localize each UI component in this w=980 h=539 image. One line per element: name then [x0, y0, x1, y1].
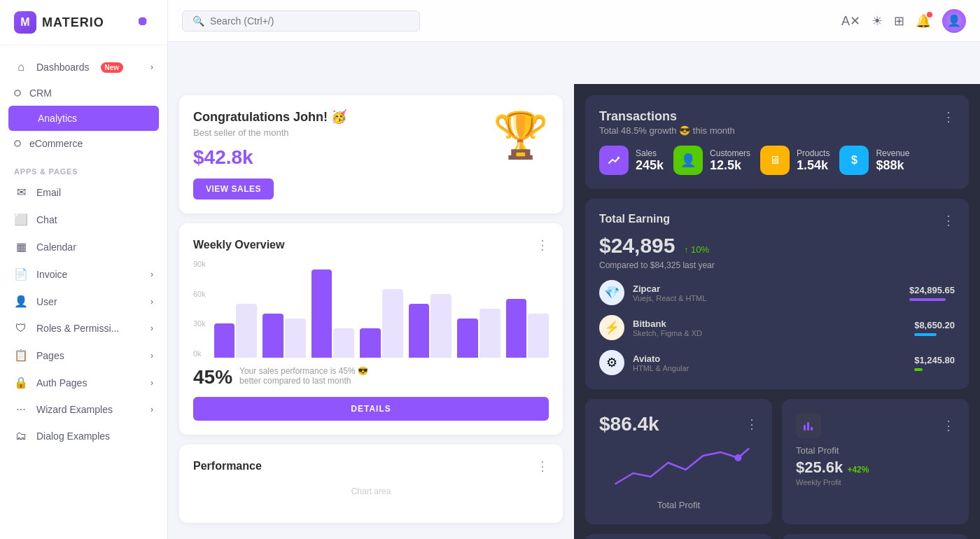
congrats-card: Congratulations John! 🥳 Best seller of t…: [179, 95, 563, 214]
sparkline-chart: [599, 438, 758, 494]
bar-group: [409, 294, 451, 358]
search-box[interactable]: 🔍: [182, 10, 420, 31]
revenue-value: $88k: [876, 158, 909, 173]
sidebar-item-analytics[interactable]: Analytics: [8, 106, 159, 131]
weekly-profit-sub: Weekly Profit: [796, 478, 955, 486]
trophy-icon: 🏆: [493, 109, 549, 162]
earning-amount: $24,895: [599, 234, 675, 257]
content-area: Congratulations John! 🥳 Best seller of t…: [168, 84, 980, 539]
aviato-bar: [914, 368, 923, 371]
weekly-more-button[interactable]: ⋮: [536, 237, 549, 253]
record-icon[interactable]: ⏺: [136, 14, 153, 31]
profit-more-button[interactable]: ⋮: [746, 416, 758, 432]
app-header: 🔍 A✕ ☀ ⊞ 🔔 👤: [168, 0, 980, 42]
earning-title: Total Earning: [599, 213, 670, 225]
bar-purple: [457, 318, 478, 358]
bitbank-icon: ⚡: [599, 315, 624, 340]
sidebar-item-label: Roles & Permissi...: [36, 323, 119, 334]
sidebar-item-invoice[interactable]: 📄 Invoice ›: [0, 260, 167, 288]
zipcar-amount: $24,895.65: [909, 285, 955, 301]
shield-icon: 🛡: [14, 322, 28, 335]
chart-bars: [214, 260, 549, 358]
aviato-icon: ⚙: [599, 350, 624, 375]
sidebar-item-user[interactable]: 👤 User ›: [0, 288, 167, 315]
sidebar-item-ecommerce[interactable]: eCommerce: [0, 131, 167, 156]
grid-icon[interactable]: ⊞: [894, 13, 904, 29]
bar-light: [430, 294, 451, 358]
sidebar-item-label: Dialog Examples: [36, 430, 110, 442]
products-icon: 🖥: [769, 154, 780, 167]
products-value: 1.54k: [797, 158, 830, 173]
bar-purple: [262, 314, 284, 358]
home-icon: ⌂: [14, 61, 28, 74]
nav-badge-new: New: [101, 62, 124, 73]
sidebar-item-auth[interactable]: 🔒 Auth Pages ›: [0, 369, 167, 396]
panel-left: Congratulations John! 🥳 Best seller of t…: [168, 84, 574, 539]
translate-icon[interactable]: A✕: [841, 13, 860, 29]
avatar[interactable]: 👤: [942, 9, 966, 33]
sidebar-item-label: Auth Pages: [36, 377, 87, 388]
sidebar-item-roles[interactable]: 🛡 Roles & Permissi... ›: [0, 315, 167, 342]
notification-icon[interactable]: 🔔: [916, 13, 931, 29]
logo-icon: M: [14, 11, 36, 34]
profit-icon-box: [796, 413, 821, 438]
svg-point-0: [735, 454, 742, 461]
earning-more-button[interactable]: ⋮: [942, 213, 955, 228]
congrats-amount: $42.8k: [193, 146, 346, 169]
bar-chart-mini-card: 2,856: [782, 534, 969, 539]
bar-light: [479, 309, 500, 358]
weekly-profit-label: Total Profit: [796, 445, 955, 456]
sidebar-item-label: Invoice: [36, 269, 67, 280]
transactions-stats-row: Sales 245k 👤 Customers 12.5k: [599, 146, 955, 175]
dialog-icon: 🗂: [14, 430, 28, 442]
sidebar-item-wizard[interactable]: ··· Wizard Examples ›: [0, 396, 167, 423]
weekly-profit-more[interactable]: ⋮: [942, 418, 955, 433]
earning-list: 💎 Zipcar Vuejs, React & HTML $24,895.65 …: [599, 280, 955, 375]
sidebar-item-email[interactable]: ✉ Email: [0, 178, 167, 206]
svg-rect-2: [807, 422, 809, 430]
invoice-icon: 📄: [14, 267, 28, 281]
chevron-right-icon: ›: [150, 405, 153, 414]
chevron-right-icon: ›: [150, 323, 153, 333]
customers-label: Customers: [710, 148, 750, 158]
weekly-title: Weekly Overview: [193, 239, 284, 251]
sidebar-item-calendar[interactable]: ▦ Calendar: [0, 233, 167, 260]
transactions-card: Transactions Total 48.5% growth 😎 this m…: [585, 95, 969, 189]
user-icon: 👤: [14, 295, 28, 308]
sidebar-item-chat[interactable]: ⬜ Chat: [0, 206, 167, 233]
congrats-content: Congratulations John! 🥳 Best seller of t…: [193, 109, 346, 200]
transactions-header: Transactions Total 48.5% growth 😎 this m…: [599, 109, 955, 136]
zipcar-sub: Vuejs, React & HTML: [633, 294, 706, 302]
weekly-profit-change: +42%: [847, 465, 869, 475]
view-sales-button[interactable]: VIEW SALES: [193, 178, 274, 200]
sidebar: M MATERIO ⏺ ⌂ Dashboards New › CRM Analy…: [0, 0, 168, 539]
bar-light: [333, 328, 354, 358]
sidebar-item-dialog[interactable]: 🗂 Dialog Examples: [0, 423, 167, 449]
sidebar-item-label: Pages: [36, 350, 64, 361]
theme-icon[interactable]: ☀: [872, 13, 883, 29]
transactions-subtitle: Total 48.5% growth 😎 this month: [599, 125, 735, 136]
sidebar-item-dashboards[interactable]: ⌂ Dashboards New ›: [0, 54, 167, 80]
performance-chart-placeholder: Chart area: [193, 474, 549, 509]
performance-more-button[interactable]: ⋮: [536, 458, 549, 474]
details-button[interactable]: DETAILS: [193, 397, 549, 421]
weekly-desc: Your sales performance is 45% 😎 better c…: [239, 366, 379, 386]
zipcar-icon: 💎: [599, 280, 624, 305]
lock-icon: 🔒: [14, 376, 28, 389]
bottom-row: 💼 ⋮ New Project 862 -18% Yearly Project …: [585, 534, 969, 539]
search-input[interactable]: [210, 15, 410, 27]
earning-item-bitbank: ⚡ Bitbank Sketch, Figma & XD $8,650.20: [599, 315, 955, 340]
bar-purple: [409, 304, 430, 358]
chevron-down-icon: ›: [150, 62, 153, 72]
sidebar-item-pages[interactable]: 📋 Pages ›: [0, 342, 167, 369]
sidebar-item-label: User: [36, 296, 57, 307]
products-icon-box: 🖥: [760, 146, 790, 175]
sidebar-item-crm[interactable]: CRM: [0, 80, 167, 106]
calendar-icon: ▦: [14, 240, 28, 253]
bar-group: [312, 270, 354, 358]
aviato-sub: HTML & Angular: [633, 364, 689, 372]
congrats-title: Congratulations John! 🥳: [193, 109, 346, 125]
transactions-more-button[interactable]: ⋮: [942, 109, 955, 125]
circle-icon: [14, 140, 21, 147]
bar-purple: [506, 299, 527, 358]
